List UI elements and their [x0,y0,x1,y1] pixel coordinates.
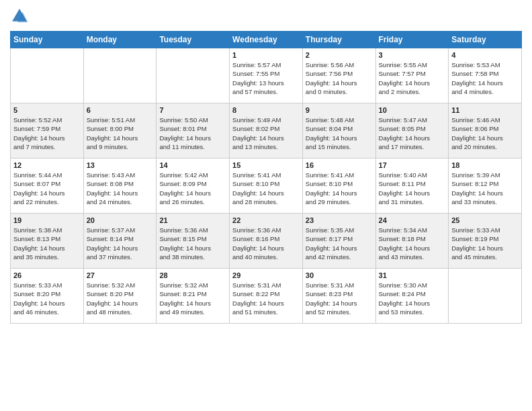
week-row-1: 1Sunrise: 5:57 AM Sunset: 7:55 PM Daylig… [11,48,522,103]
calendar-cell: 21Sunrise: 5:36 AM Sunset: 8:15 PM Dayli… [157,214,230,269]
day-number: 3 [379,51,446,59]
weekday-header-thursday: Thursday [302,32,375,48]
day-number: 9 [306,106,373,114]
day-number: 20 [87,216,154,224]
calendar-cell [449,269,522,324]
calendar-cell: 13Sunrise: 5:43 AM Sunset: 8:08 PM Dayli… [83,158,157,214]
day-info: Sunrise: 5:33 AM Sunset: 8:20 PM Dayligh… [13,281,81,316]
calendar-cell: 17Sunrise: 5:40 AM Sunset: 8:11 PM Dayli… [375,158,449,214]
calendar-cell: 24Sunrise: 5:34 AM Sunset: 8:18 PM Dayli… [375,214,449,269]
calendar-cell: 9Sunrise: 5:48 AM Sunset: 8:04 PM Daylig… [302,103,375,158]
calendar-cell: 2Sunrise: 5:56 AM Sunset: 7:56 PM Daylig… [302,48,375,103]
day-info: Sunrise: 5:48 AM Sunset: 8:04 PM Dayligh… [306,116,373,151]
header [10,7,522,26]
calendar-cell [83,48,157,103]
calendar-cell: 30Sunrise: 5:31 AM Sunset: 8:23 PM Dayli… [302,269,375,324]
day-number: 27 [87,271,154,279]
calendar-cell: 12Sunrise: 5:44 AM Sunset: 8:07 PM Dayli… [11,158,84,214]
day-number: 4 [451,51,519,59]
day-info: Sunrise: 5:51 AM Sunset: 8:00 PM Dayligh… [87,116,154,151]
day-info: Sunrise: 5:32 AM Sunset: 8:21 PM Dayligh… [159,281,226,316]
calendar-cell: 1Sunrise: 5:57 AM Sunset: 7:55 PM Daylig… [230,48,303,103]
day-info: Sunrise: 5:57 AM Sunset: 7:55 PM Dayligh… [232,60,300,96]
day-info: Sunrise: 5:52 AM Sunset: 7:59 PM Dayligh… [13,116,81,151]
week-row-2: 5Sunrise: 5:52 AM Sunset: 7:59 PM Daylig… [11,103,522,158]
day-number: 29 [232,271,300,279]
day-info: Sunrise: 5:37 AM Sunset: 8:14 PM Dayligh… [87,226,154,261]
day-info: Sunrise: 5:43 AM Sunset: 8:08 PM Dayligh… [87,171,154,206]
calendar-cell [157,48,230,103]
day-info: Sunrise: 5:38 AM Sunset: 8:13 PM Dayligh… [13,226,81,261]
day-number: 6 [87,106,154,114]
day-number: 25 [451,216,519,224]
day-info: Sunrise: 5:36 AM Sunset: 8:16 PM Dayligh… [232,226,300,261]
calendar-cell: 28Sunrise: 5:32 AM Sunset: 8:21 PM Dayli… [157,269,230,324]
calendar-cell: 20Sunrise: 5:37 AM Sunset: 8:14 PM Dayli… [83,214,157,269]
calendar-cell: 18Sunrise: 5:39 AM Sunset: 8:12 PM Dayli… [449,158,522,214]
week-row-3: 12Sunrise: 5:44 AM Sunset: 8:07 PM Dayli… [11,158,522,214]
day-info: Sunrise: 5:32 AM Sunset: 8:20 PM Dayligh… [87,281,154,316]
day-info: Sunrise: 5:39 AM Sunset: 8:12 PM Dayligh… [451,171,519,206]
day-number: 5 [13,106,81,114]
calendar-cell: 7Sunrise: 5:50 AM Sunset: 8:01 PM Daylig… [157,103,230,158]
logo [10,7,32,26]
weekday-header-monday: Monday [83,32,157,48]
day-info: Sunrise: 5:34 AM Sunset: 8:18 PM Dayligh… [379,226,446,261]
day-number: 23 [306,216,373,224]
day-info: Sunrise: 5:30 AM Sunset: 8:24 PM Dayligh… [379,281,446,316]
day-info: Sunrise: 5:44 AM Sunset: 8:07 PM Dayligh… [13,171,81,206]
weekday-header-wednesday: Wednesday [230,32,303,48]
day-number: 14 [159,161,226,169]
calendar-cell: 16Sunrise: 5:41 AM Sunset: 8:10 PM Dayli… [302,158,375,214]
day-number: 18 [451,161,519,169]
day-info: Sunrise: 5:31 AM Sunset: 8:23 PM Dayligh… [306,281,373,316]
day-number: 16 [306,161,373,169]
day-info: Sunrise: 5:41 AM Sunset: 8:10 PM Dayligh… [306,171,373,206]
calendar-cell: 27Sunrise: 5:32 AM Sunset: 8:20 PM Dayli… [83,269,157,324]
day-info: Sunrise: 5:53 AM Sunset: 7:58 PM Dayligh… [451,60,519,96]
day-number: 30 [306,271,373,279]
calendar-cell: 26Sunrise: 5:33 AM Sunset: 8:20 PM Dayli… [11,269,84,324]
weekday-header-friday: Friday [375,32,449,48]
day-number: 19 [13,216,81,224]
day-info: Sunrise: 5:41 AM Sunset: 8:10 PM Dayligh… [232,171,300,206]
calendar-cell: 4Sunrise: 5:53 AM Sunset: 7:58 PM Daylig… [449,48,522,103]
day-info: Sunrise: 5:31 AM Sunset: 8:22 PM Dayligh… [232,281,300,316]
day-number: 1 [232,51,300,59]
day-info: Sunrise: 5:46 AM Sunset: 8:06 PM Dayligh… [451,116,519,151]
day-number: 12 [13,161,81,169]
calendar-cell: 8Sunrise: 5:49 AM Sunset: 8:02 PM Daylig… [230,103,303,158]
calendar-cell: 23Sunrise: 5:35 AM Sunset: 8:17 PM Dayli… [302,214,375,269]
day-info: Sunrise: 5:40 AM Sunset: 8:11 PM Dayligh… [379,171,446,206]
calendar-cell: 6Sunrise: 5:51 AM Sunset: 8:00 PM Daylig… [83,103,157,158]
calendar-cell: 5Sunrise: 5:52 AM Sunset: 7:59 PM Daylig… [11,103,84,158]
day-number: 26 [13,271,81,279]
day-number: 31 [379,271,446,279]
calendar-cell: 14Sunrise: 5:42 AM Sunset: 8:09 PM Dayli… [157,158,230,214]
calendar-cell [11,48,84,103]
week-row-5: 26Sunrise: 5:33 AM Sunset: 8:20 PM Dayli… [11,269,522,324]
day-info: Sunrise: 5:50 AM Sunset: 8:01 PM Dayligh… [159,116,226,151]
week-row-4: 19Sunrise: 5:38 AM Sunset: 8:13 PM Dayli… [11,214,522,269]
calendar-cell: 19Sunrise: 5:38 AM Sunset: 8:13 PM Dayli… [11,214,84,269]
calendar-cell: 10Sunrise: 5:47 AM Sunset: 8:05 PM Dayli… [375,103,449,158]
day-info: Sunrise: 5:36 AM Sunset: 8:15 PM Dayligh… [159,226,226,261]
logo-icon [10,7,29,26]
day-number: 8 [232,106,300,114]
calendar-page: SundayMondayTuesdayWednesdayThursdayFrid… [0,0,532,411]
calendar-cell: 22Sunrise: 5:36 AM Sunset: 8:16 PM Dayli… [230,214,303,269]
day-number: 28 [159,271,226,279]
calendar-cell: 3Sunrise: 5:55 AM Sunset: 7:57 PM Daylig… [375,48,449,103]
day-number: 24 [379,216,446,224]
calendar-table: SundayMondayTuesdayWednesdayThursdayFrid… [10,31,522,324]
day-number: 22 [232,216,300,224]
calendar-cell: 25Sunrise: 5:33 AM Sunset: 8:19 PM Dayli… [449,214,522,269]
day-info: Sunrise: 5:35 AM Sunset: 8:17 PM Dayligh… [306,226,373,261]
day-number: 21 [159,216,226,224]
calendar-cell: 15Sunrise: 5:41 AM Sunset: 8:10 PM Dayli… [230,158,303,214]
day-number: 2 [306,51,373,59]
day-info: Sunrise: 5:47 AM Sunset: 8:05 PM Dayligh… [379,116,446,151]
weekday-header-tuesday: Tuesday [157,32,230,48]
calendar-cell: 11Sunrise: 5:46 AM Sunset: 8:06 PM Dayli… [449,103,522,158]
day-number: 11 [451,106,519,114]
